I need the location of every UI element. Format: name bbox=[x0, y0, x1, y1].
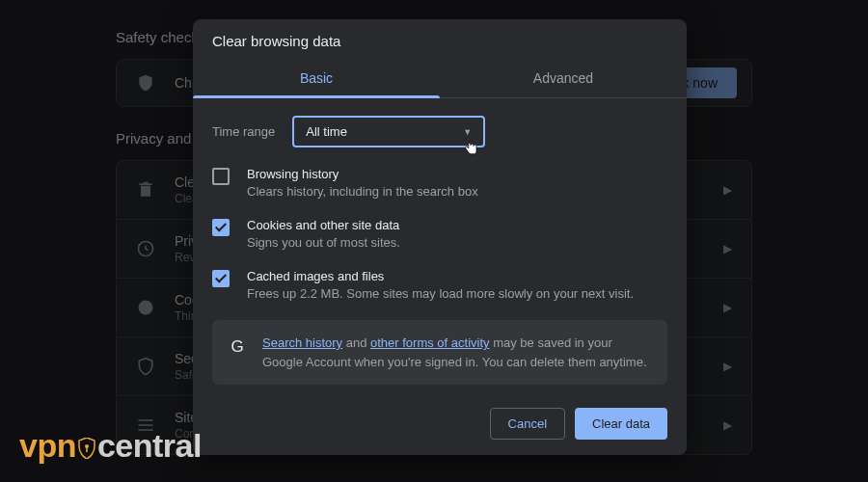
dialog-tabs: Basic Advanced bbox=[193, 59, 687, 98]
tab-advanced[interactable]: Advanced bbox=[440, 59, 687, 97]
vpncentral-watermark: vpncentral bbox=[19, 427, 202, 465]
time-range-row: Time range All time ▼ bbox=[212, 116, 667, 147]
tab-basic[interactable]: Basic bbox=[193, 59, 440, 97]
google-icon: G bbox=[228, 337, 247, 357]
clear-browsing-data-dialog: Clear browsing data Basic Advanced Time … bbox=[193, 19, 687, 455]
shield-logo-icon bbox=[78, 429, 95, 450]
other-activity-link[interactable]: other forms of activity bbox=[370, 335, 490, 350]
dialog-footer: Cancel Clear data bbox=[193, 394, 687, 455]
dialog-title: Clear browsing data bbox=[193, 19, 687, 59]
option-title: Browsing history bbox=[247, 167, 667, 181]
checkbox-browsing-history[interactable] bbox=[212, 168, 230, 185]
option-description: Signs you out of most sites. bbox=[247, 235, 667, 250]
option-title: Cookies and other site data bbox=[247, 218, 667, 232]
dialog-body: Time range All time ▼ Browsing history C… bbox=[193, 98, 687, 394]
time-range-select[interactable]: All time ▼ bbox=[292, 116, 485, 147]
option-cookies: Cookies and other site data Signs you ou… bbox=[212, 218, 667, 250]
cancel-button[interactable]: Cancel bbox=[490, 408, 565, 440]
checkbox-cached[interactable] bbox=[212, 270, 230, 287]
option-description: Clears history, including in the search … bbox=[247, 184, 667, 199]
option-title: Cached images and files bbox=[247, 269, 667, 283]
svg-rect-3 bbox=[86, 447, 88, 452]
search-history-link[interactable]: Search history bbox=[262, 335, 342, 350]
clear-data-button[interactable]: Clear data bbox=[575, 408, 667, 440]
note-text: Search history and other forms of activi… bbox=[262, 334, 652, 371]
option-description: Frees up 2.2 MB. Some sites may load mor… bbox=[247, 286, 667, 301]
google-account-note: G Search history and other forms of acti… bbox=[212, 320, 667, 385]
option-browsing-history: Browsing history Clears history, includi… bbox=[212, 167, 667, 199]
cursor-pointer-icon bbox=[462, 137, 479, 158]
time-range-value: All time bbox=[306, 124, 347, 139]
option-cached: Cached images and files Frees up 2.2 MB.… bbox=[212, 269, 667, 301]
time-range-label: Time range bbox=[212, 124, 275, 139]
checkbox-cookies[interactable] bbox=[212, 219, 230, 236]
caret-down-icon: ▼ bbox=[463, 127, 472, 137]
